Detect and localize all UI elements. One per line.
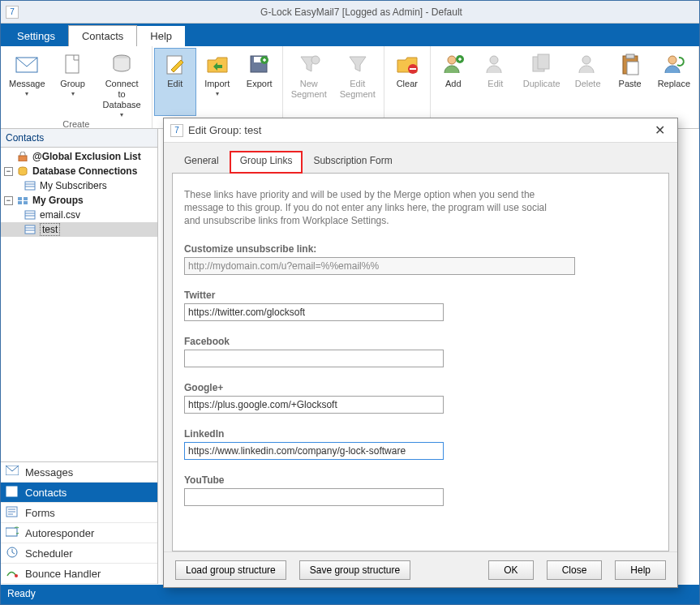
- ribbon-add[interactable]: Add: [432, 48, 475, 116]
- ribbon-group-btn[interactable]: Group ▾: [52, 48, 94, 118]
- contacts-tree[interactable]: @Global Exclusion List − Database Connec…: [1, 148, 157, 461]
- nav-scheduler[interactable]: Scheduler: [1, 543, 157, 564]
- ribbon-export[interactable]: Export: [238, 48, 281, 116]
- svg-point-12: [490, 56, 498, 64]
- ribbon-message[interactable]: Message ▾: [2, 48, 52, 118]
- nav-contacts[interactable]: Contacts: [1, 483, 157, 503]
- svg-rect-22: [25, 182, 35, 190]
- tab-settings[interactable]: Settings: [4, 26, 68, 46]
- tree-test[interactable]: test: [1, 222, 157, 237]
- chevron-down-icon: ▾: [25, 90, 28, 97]
- svg-rect-42: [6, 528, 17, 536]
- dialog-title: Edit Group: test: [188, 124, 261, 136]
- svg-rect-18: [627, 62, 638, 75]
- tree-database-connections[interactable]: − Database Connections: [1, 164, 157, 178]
- user-delete-icon: [577, 53, 599, 75]
- svg-rect-29: [25, 211, 35, 219]
- tree-my-groups[interactable]: − My Groups: [1, 193, 157, 208]
- ribbon-new-segment[interactable]: New Segment: [285, 48, 333, 116]
- unsubscribe-input[interactable]: [184, 257, 575, 275]
- ribbon: Message ▾ Group ▾ Connect to Database ▾ …: [1, 46, 699, 129]
- window-title-bar: 7 G-Lock EasyMail7 [Logged as Admin] - D…: [1, 1, 699, 24]
- groups-icon: [16, 195, 29, 206]
- nav-forms[interactable]: Forms: [1, 503, 157, 523]
- menu-tab-strip: Settings Contacts Help: [1, 24, 699, 46]
- ribbon-edit-contact: Edit: [475, 48, 517, 116]
- clock-icon: [6, 547, 20, 560]
- funnel-plus-icon: [298, 54, 320, 75]
- svg-rect-28: [24, 201, 28, 204]
- ribbon-group-clear: Clear: [384, 46, 431, 128]
- ribbon-group-segment: New Segment Edit Segment: [283, 46, 384, 128]
- tab-contacts[interactable]: Contacts: [68, 25, 137, 46]
- field-linkedin: LinkedIn: [184, 428, 657, 460]
- contacts-icon: [6, 486, 20, 499]
- ribbon-import[interactable]: Import ▾: [196, 48, 238, 116]
- ribbon-edit[interactable]: Edit: [154, 48, 196, 116]
- field-twitter: Twitter: [184, 290, 657, 321]
- chevron-down-icon: ▾: [71, 90, 75, 97]
- google-input[interactable]: [184, 396, 444, 414]
- ribbon-clear[interactable]: Clear: [386, 48, 428, 116]
- collapse-icon[interactable]: −: [4, 196, 13, 205]
- folder-clear-icon: [396, 54, 419, 75]
- database-icon: [111, 54, 132, 75]
- youtube-input[interactable]: [184, 488, 444, 506]
- collapse-icon[interactable]: −: [4, 167, 13, 176]
- tab-general[interactable]: General: [174, 151, 230, 174]
- ribbon-paste[interactable]: Paste: [609, 48, 651, 116]
- paste-icon: [620, 53, 641, 75]
- svg-rect-1: [66, 55, 79, 73]
- ribbon-connect-db[interactable]: Connect to Database ▾: [94, 48, 150, 118]
- help-button[interactable]: Help: [615, 560, 666, 580]
- linkedin-input[interactable]: [184, 442, 444, 460]
- load-structure-button[interactable]: Load group structure: [175, 560, 286, 580]
- nav-autoresponder[interactable]: Autoresponder: [1, 523, 157, 543]
- close-icon[interactable]: ✕: [648, 122, 671, 138]
- user-add-icon: [442, 53, 465, 75]
- ribbon-edit-segment: Edit Segment: [333, 48, 382, 116]
- duplicate-icon: [530, 53, 553, 75]
- svg-point-37: [9, 489, 12, 492]
- app-icon: 7: [6, 6, 19, 19]
- autoresponder-icon: [6, 526, 20, 539]
- tree-global-exclusion[interactable]: @Global Exclusion List: [1, 149, 157, 164]
- field-unsubscribe: Customize unsubscribe link:: [184, 243, 657, 275]
- svg-rect-26: [18, 201, 22, 204]
- folder-db-icon: [16, 165, 29, 177]
- field-youtube: YouTube: [184, 474, 657, 506]
- tree-email-csv[interactable]: email.csv: [1, 208, 157, 222]
- document-icon: [62, 54, 84, 75]
- close-button[interactable]: Close: [547, 560, 603, 580]
- tab-group-links[interactable]: Group Links: [230, 151, 303, 174]
- dialog-hint: These links have priority and will be us…: [184, 188, 565, 227]
- save-structure-button[interactable]: Save group structure: [299, 560, 410, 580]
- tab-help[interactable]: Help: [137, 26, 185, 46]
- envelope-icon: [6, 466, 20, 478]
- status-text: Ready: [7, 588, 36, 599]
- ribbon-group-edit: Edit Import ▾ Export: [152, 46, 283, 128]
- dialog-body: These links have priority and will be us…: [172, 173, 669, 551]
- ok-button[interactable]: OK: [488, 560, 533, 580]
- sheet-icon: [24, 224, 37, 235]
- ribbon-replace[interactable]: Replace: [651, 48, 697, 116]
- form-icon: [6, 506, 20, 519]
- nav-bounce-handler[interactable]: Bounce Handler: [1, 564, 157, 584]
- svg-point-7: [311, 56, 320, 64]
- ribbon-group-create: Message ▾ Group ▾ Connect to Database ▾ …: [1, 46, 152, 128]
- svg-point-46: [15, 574, 18, 577]
- facebook-input[interactable]: [184, 350, 444, 367]
- tree-my-subscribers[interactable]: My Subscribers: [1, 178, 157, 193]
- user-edit-icon: [484, 53, 507, 75]
- left-pane: Contacts @Global Exclusion List − Databa…: [1, 129, 158, 584]
- nav-messages[interactable]: Messages: [1, 462, 157, 483]
- svg-rect-27: [24, 197, 28, 200]
- dialog-footer: Load group structure Save group structur…: [164, 551, 677, 587]
- tab-subscription-form[interactable]: Subscription Form: [303, 151, 402, 174]
- twitter-input[interactable]: [184, 303, 444, 321]
- user-replace-icon: [663, 53, 685, 75]
- svg-rect-25: [18, 197, 22, 200]
- svg-rect-32: [25, 225, 35, 234]
- edit-group-dialog: 7 Edit Group: test ✕ General Group Links…: [163, 118, 678, 588]
- envelope-icon: [15, 54, 38, 74]
